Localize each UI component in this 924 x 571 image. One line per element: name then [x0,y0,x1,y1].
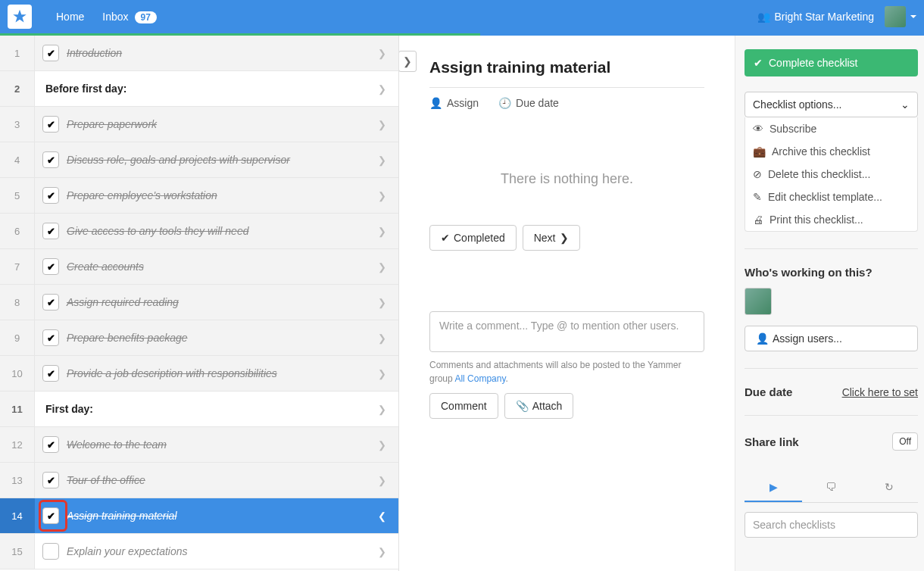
empty-state: There is nothing here. [399,126,735,225]
check-icon: ✔ [441,232,450,244]
org-name: Bright Star Marketing [775,11,875,23]
search-checklists-input[interactable]: Search checklists [745,512,918,538]
menu-print[interactable]: 🖨Print this checklist... [745,208,917,231]
chevron-right-icon: ❯ [378,83,398,95]
duedate-action[interactable]: 🕘Due date [498,97,559,109]
comment-button[interactable]: Comment [429,393,498,419]
task-section-header[interactable]: 11First day:❯ [0,392,398,427]
complete-checklist-button[interactable]: ✔ Complete checklist [745,49,918,76]
attach-button[interactable]: 📎Attach [504,393,574,419]
tab-comments[interactable]: 🗨 [802,473,860,502]
sidebar: ✔ Complete checklist Checklist options..… [735,36,924,571]
comment-input[interactable]: Write a comment... Type @ to mention oth… [429,311,704,352]
task-checkbox[interactable] [42,472,59,488]
task-row[interactable]: 3Prepare paperwork❯ [0,107,398,142]
set-due-date-link[interactable]: Click here to set [842,386,918,398]
paperclip-icon: 📎 [516,400,529,412]
share-link-toggle[interactable]: Off [892,432,918,451]
task-number: 1 [0,36,35,70]
user-icon: 👤 [429,97,442,109]
task-checkbox[interactable] [42,507,59,524]
app-logo[interactable] [8,5,32,29]
assign-users-button[interactable]: 👤Assign users... [745,326,918,351]
comments-icon: 🗨 [826,481,836,493]
sidebar-tabs: ▶ 🗨 ↻ [745,473,918,503]
task-checkbox[interactable] [42,151,59,168]
chevron-right-icon: ❯ [378,154,398,166]
task-row[interactable]: 6Give access to any tools they will need… [0,214,398,249]
task-title: Assign training material [67,510,378,522]
chevron-right-icon: ❯ [560,232,569,244]
task-title: Explain your expectations [67,545,378,557]
chevron-right-icon: ❯ [378,226,398,237]
task-title: Prepare employee's workstation [67,189,378,201]
chevron-right-icon: ❯ [378,475,398,486]
nav-home[interactable]: Home [47,11,93,23]
task-checkbox[interactable] [42,543,59,560]
task-checkbox[interactable] [42,436,59,453]
chevron-right-icon: ❯ [378,404,398,415]
task-checkbox[interactable] [42,45,59,61]
task-row[interactable]: 4Discuss role, goals and projects with s… [0,142,398,178]
checklist-options-menu: 👁Subscribe 💼Archive this checklist ⊘Dele… [745,117,918,232]
task-row[interactable]: 8Assign required reading❯ [0,285,398,320]
task-row[interactable]: 9Prepare benefits package❯ [0,320,398,356]
user-avatar[interactable] [885,6,906,27]
due-date-heading: Due date [745,385,792,398]
tab-history[interactable]: ↻ [860,473,918,502]
task-checkbox[interactable] [42,116,59,133]
users-icon: 👥 [757,11,770,23]
chevron-right-icon: ❯ [378,261,398,273]
task-title: Create accounts [67,261,378,273]
task-title: Prepare paperwork [67,118,378,130]
task-row[interactable]: 10Provide a job description with respons… [0,356,398,392]
task-number: 5 [0,178,35,213]
menu-delete[interactable]: ⊘Delete this checklist... [745,163,917,186]
org-switcher[interactable]: 👥 Bright Star Marketing [757,11,875,23]
task-number: 13 [0,463,35,498]
task-title: Provide a job description with responsib… [67,367,378,379]
user-icon: 👤 [756,332,769,345]
task-number: 4 [0,142,35,177]
share-link-heading: Share link [745,435,799,448]
task-checkbox[interactable] [42,258,59,275]
tab-run[interactable]: ▶ [745,473,802,502]
task-row[interactable]: 13Tour of the office❯ [0,463,398,498]
yammer-group-link[interactable]: All Company [454,373,505,384]
task-checkbox[interactable] [42,365,59,382]
task-section-header[interactable]: 2Before first day:❯ [0,71,398,107]
completed-button[interactable]: ✔Completed [429,225,517,251]
menu-edit[interactable]: ✎Edit checklist template... [745,186,917,208]
collapse-sidebar-button[interactable]: ❯ [399,51,417,72]
nav-inbox[interactable]: Inbox 97 [93,11,166,23]
task-row[interactable]: 15Explain your expectations❯ [0,534,398,569]
task-checkbox[interactable] [42,329,59,346]
menu-archive[interactable]: 💼Archive this checklist [745,140,917,163]
task-row[interactable]: 5Prepare employee's workstation❯ [0,178,398,214]
task-checkbox[interactable] [42,294,59,310]
assign-action[interactable]: 👤Assign [429,97,479,109]
task-checkbox[interactable] [42,223,59,239]
assignee-avatar[interactable] [745,288,772,315]
history-icon: ↻ [885,481,894,493]
task-number: 3 [0,107,35,142]
task-row[interactable]: 1Introduction❯ [0,36,398,71]
chevron-right-icon: ❯ [378,190,398,201]
task-title: Assign required reading [67,296,378,308]
task-row[interactable]: 14Assign training material❮ [0,498,398,534]
eye-icon: 👁 [753,123,763,135]
task-row[interactable]: 7Create accounts❯ [0,249,398,285]
task-title: Discuss role, goals and projects with su… [67,154,378,166]
task-number: 9 [0,320,35,355]
task-title: Welcome to the team [67,438,378,451]
chevron-right-icon: ❯ [378,48,398,59]
task-number: 15 [0,534,35,569]
next-button[interactable]: Next❯ [523,225,580,251]
menu-subscribe[interactable]: 👁Subscribe [745,117,917,140]
task-checkbox[interactable] [42,187,59,204]
user-menu-caret[interactable] [910,15,916,18]
pencil-icon: ✎ [753,191,762,203]
task-row[interactable]: 12Welcome to the team❯ [0,427,398,463]
task-number: 10 [0,356,35,391]
checklist-options-dropdown[interactable]: Checklist options... ⌄ [745,92,918,117]
